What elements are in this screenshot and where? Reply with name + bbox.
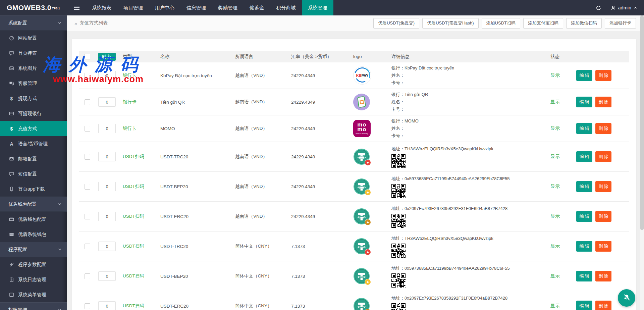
edit-button[interactable]: 编辑: [576, 181, 592, 192]
pay-name: USDT-BEP20: [155, 274, 230, 279]
pay-rate: 7.1373: [286, 304, 346, 309]
sort-order-input[interactable]: [98, 242, 116, 251]
toolbar-button-1[interactable]: 优盾USDT(需提交Hash): [422, 18, 478, 29]
row-checkbox[interactable]: [85, 73, 90, 79]
nav-tab-7[interactable]: 系统管理: [302, 0, 333, 15]
row-checkbox[interactable]: [85, 154, 90, 160]
scrollbar-thumb[interactable]: [640, 15, 644, 230]
bank-details: 银行：KbPay Đặt cọc trực tuyến姓名：卡号：: [391, 64, 454, 87]
delete-button[interactable]: 删除: [595, 70, 611, 81]
user-menu[interactable]: admin: [611, 5, 638, 10]
edit-button[interactable]: 编辑: [576, 97, 592, 107]
pay-type: USDT扫码: [123, 154, 144, 160]
delete-button[interactable]: 删除: [595, 123, 611, 134]
sidebar-section-19[interactable]: 权限管理: [0, 302, 67, 310]
status-show-link[interactable]: 显示: [550, 213, 560, 219]
sidebar-item-5[interactable]: $提现方式: [0, 91, 67, 106]
row-checkbox[interactable]: [85, 303, 90, 309]
nav-tab-3[interactable]: 信息管理: [180, 0, 212, 15]
row-checkbox[interactable]: [85, 184, 90, 190]
col-header-status: 状态: [537, 54, 574, 60]
sidebar-item-11[interactable]: 首页app下载: [0, 182, 67, 197]
sort-order-input[interactable]: [98, 124, 116, 133]
edit-button[interactable]: 编辑: [576, 70, 592, 81]
sidebar-item-16[interactable]: 程序参数配置: [0, 257, 67, 272]
status-show-link[interactable]: 显示: [550, 72, 560, 79]
sidebar-section-0[interactable]: 系统配置: [0, 15, 67, 31]
dollar-icon: $: [8, 126, 15, 132]
qr-code: [391, 273, 406, 288]
toolbar-button-4[interactable]: 添加微信扫码: [566, 18, 602, 29]
usdt-trc-badge-icon: ◆: [365, 160, 371, 165]
status-show-link[interactable]: 显示: [550, 125, 560, 132]
toolbar-button-0[interactable]: 优盾USDT(免提交): [373, 18, 419, 29]
sort-order-input[interactable]: [98, 152, 116, 161]
status-show-link[interactable]: 显示: [550, 243, 560, 249]
edit-button[interactable]: 编辑: [576, 271, 592, 281]
status-show-link[interactable]: 显示: [550, 154, 560, 160]
sidebar-toggle-icon[interactable]: [67, 0, 86, 15]
sidebar-item-6[interactable]: 可提现银行: [0, 106, 67, 121]
select-all-checkbox[interactable]: [85, 54, 90, 59]
edit-button[interactable]: 编辑: [576, 211, 592, 222]
edit-button[interactable]: 编辑: [576, 301, 592, 310]
sidebar-item-9[interactable]: 邮箱配置: [0, 151, 67, 166]
toolbar-button-3[interactable]: 添加支付宝扫码: [523, 18, 563, 29]
refresh-icon[interactable]: [596, 5, 601, 11]
sidebar-item-2[interactable]: 首页弹窗: [0, 46, 67, 61]
sidebar-item-13[interactable]: 优盾钱包配置: [0, 212, 67, 227]
sidebar-section-15[interactable]: 程序配置: [0, 242, 67, 257]
refresh-button[interactable]: 刷新: [98, 53, 116, 61]
delete-button[interactable]: 删除: [595, 211, 611, 222]
status-show-link[interactable]: 显示: [550, 303, 560, 309]
top-menu: 系统报表项目管理用户中心信息管理奖励管理储蓄金积分商城系统管理: [86, 0, 333, 15]
delete-button[interactable]: 删除: [595, 301, 611, 310]
sidebar-item-7[interactable]: $充值方式: [0, 121, 67, 136]
nav-tab-5[interactable]: 储蓄金: [244, 0, 270, 15]
sidebar-section-12[interactable]: 优盾钱包配置: [0, 197, 67, 212]
status-show-link[interactable]: 显示: [550, 184, 560, 190]
row-checkbox[interactable]: [85, 126, 90, 132]
sort-order-input[interactable]: [98, 212, 116, 221]
delete-button[interactable]: 删除: [595, 241, 611, 252]
sort-order-input[interactable]: [98, 182, 116, 191]
sidebar-item-8[interactable]: A语言/货币管理: [0, 136, 67, 151]
sidebar-item-18[interactable]: 系统菜单管理: [0, 287, 67, 302]
nav-tab-0[interactable]: 系统报表: [86, 0, 117, 15]
sort-order-input[interactable]: [98, 301, 116, 310]
row-checkbox[interactable]: [85, 99, 90, 105]
sidebar-item-14[interactable]: 优盾系统钱包: [0, 227, 67, 242]
nav-tab-4[interactable]: 奖励管理: [212, 0, 244, 15]
status-show-link[interactable]: 显示: [550, 273, 560, 279]
mobile-icon: [8, 187, 15, 192]
delete-button[interactable]: 删除: [595, 97, 611, 107]
edit-button[interactable]: 编辑: [576, 151, 592, 162]
sort-order-input[interactable]: [98, 97, 116, 107]
col-header-rate: 汇率（美金->货币）: [286, 54, 346, 60]
row-checkbox[interactable]: [85, 214, 90, 219]
edit-button[interactable]: 编辑: [576, 123, 592, 134]
pay-language: 越南语（VND）: [230, 213, 286, 219]
row-checkbox[interactable]: [85, 244, 90, 249]
vertical-scrollbar[interactable]: [640, 15, 644, 310]
status-show-link[interactable]: 显示: [550, 99, 560, 105]
nav-tab-2[interactable]: 用户中心: [149, 0, 180, 15]
row-checkbox[interactable]: [85, 273, 90, 279]
pay-type: USDT扫码: [123, 243, 144, 249]
nav-tab-6[interactable]: 积分商城: [270, 0, 302, 15]
delete-button[interactable]: 删除: [595, 151, 611, 162]
sidebar-item-10[interactable]: 短信配置: [0, 166, 67, 182]
sort-order-input[interactable]: [98, 71, 116, 80]
sidebar-item-1[interactable]: 网站配置: [0, 31, 67, 46]
sort-order-input[interactable]: [98, 271, 116, 281]
edit-button[interactable]: 编辑: [576, 241, 592, 252]
toolbar-button-5[interactable]: 添加银行卡: [605, 18, 636, 29]
sidebar-item-3[interactable]: 系统图片: [0, 61, 67, 76]
sidebar-item-4[interactable]: 客服管理: [0, 76, 67, 91]
sidebar-item-17[interactable]: 系统日志管理: [0, 272, 67, 287]
nav-tab-1[interactable]: 项目管理: [117, 0, 149, 15]
toolbar-button-2[interactable]: 添加USDT扫码: [482, 18, 520, 29]
notification-mute-button[interactable]: [618, 289, 635, 307]
delete-button[interactable]: 删除: [595, 271, 611, 281]
delete-button[interactable]: 删除: [595, 181, 611, 192]
